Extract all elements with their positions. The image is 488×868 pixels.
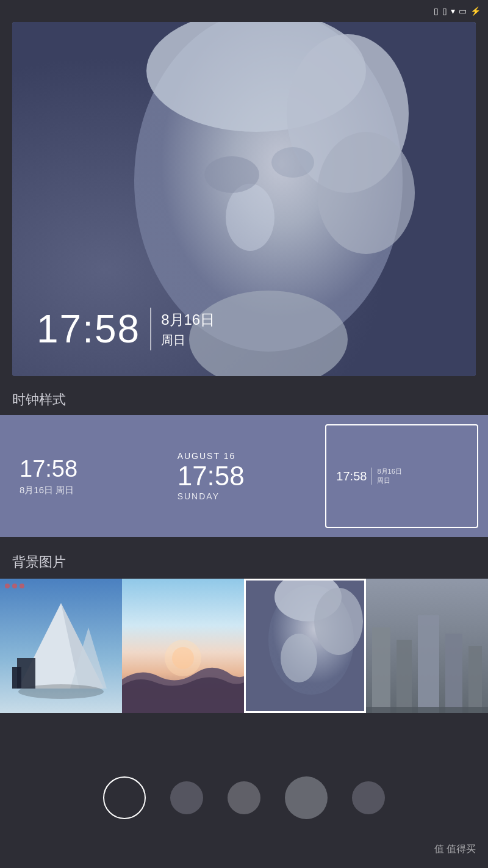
hero-time-divider — [150, 308, 151, 350]
wifi-icon: ▾ — [451, 6, 455, 16]
svg-point-21 — [274, 579, 342, 621]
svg-rect-19 — [244, 579, 366, 713]
footer-watermark: 值 值得买 — [434, 843, 476, 856]
watermark-text: 值 值得买 — [434, 844, 476, 854]
red-dot-1 — [5, 584, 10, 588]
bg-image-1[interactable] — [0, 579, 122, 713]
clock-option-3[interactable]: 17:58 8月16日 周日 — [325, 424, 478, 528]
svg-rect-30 — [366, 707, 488, 713]
clock-opt1-time: 17:58 — [20, 456, 151, 482]
bg-image-4[interactable] — [366, 579, 488, 713]
clock-opt3-date1: 8月16日 — [377, 467, 401, 476]
svg-rect-27 — [418, 615, 439, 713]
hero-time: 17:58 — [37, 306, 140, 352]
hero-date-sub: 周日 — [161, 332, 215, 349]
svg-point-23 — [281, 634, 317, 682]
clock-opt1-date: 8月16日 周日 — [20, 485, 151, 496]
clock-opt3-divider — [371, 468, 372, 485]
bg-images-strip — [0, 579, 488, 713]
svg-point-20 — [268, 585, 354, 695]
bg-image-3[interactable] — [244, 579, 366, 713]
clock-option-2[interactable]: AUGUST 16 17:58 SUNDAY — [168, 424, 318, 528]
svg-rect-29 — [468, 646, 482, 713]
svg-point-8 — [271, 147, 314, 178]
color-dot-1[interactable] — [103, 776, 146, 819]
color-dots — [0, 776, 488, 819]
bg-images-label: 背景图片 — [12, 553, 66, 571]
clock-opt2-time: 17:58 — [178, 461, 309, 491]
hero-date: 8月16日 周日 — [161, 310, 215, 349]
svg-rect-15 — [12, 667, 21, 689]
svg-point-18 — [172, 647, 194, 669]
svg-rect-25 — [372, 627, 390, 713]
red-dot-2 — [12, 584, 17, 588]
svg-point-7 — [204, 156, 259, 193]
battery-icon: ▭ — [459, 6, 467, 16]
clock-option-1[interactable]: 17:58 8月16日 周日 — [10, 424, 160, 528]
sim2-icon: ▯ — [442, 6, 447, 16]
hero-clock-overlay: 17:58 8月16日 周日 — [37, 306, 215, 352]
svg-rect-26 — [396, 640, 412, 713]
bg-image-2[interactable] — [122, 579, 244, 713]
clock-style-selector: 17:58 8月16日 周日 AUGUST 16 17:58 SUNDAY 17… — [0, 415, 488, 537]
svg-rect-28 — [445, 634, 462, 713]
hero-date-main: 8月16日 — [161, 310, 215, 330]
color-dot-4[interactable] — [285, 776, 328, 819]
color-dot-2[interactable] — [170, 781, 203, 814]
clock-opt3-inner: 17:58 8月16日 周日 — [336, 467, 467, 486]
sim1-icon: ▯ — [434, 6, 439, 16]
clock-opt3-time: 17:58 — [336, 469, 367, 483]
color-dot-3[interactable] — [228, 781, 260, 814]
clock-style-label: 时钟样式 — [12, 391, 66, 409]
status-bar: ▯ ▯ ▾ ▭ ⚡ — [366, 0, 488, 22]
color-dot-5[interactable] — [352, 781, 385, 814]
clock-opt2-month: AUGUST 16 — [178, 451, 309, 461]
charging-icon: ⚡ — [470, 6, 481, 16]
svg-point-6 — [226, 184, 274, 251]
red-dot-3 — [20, 584, 24, 588]
clock-opt3-date: 8月16日 周日 — [377, 467, 401, 486]
clock-opt3-date2: 周日 — [377, 476, 401, 485]
svg-point-5 — [317, 132, 415, 254]
svg-point-22 — [314, 588, 363, 655]
hero-preview: 17:58 8月16日 周日 — [12, 22, 476, 376]
clock-opt2-day: SUNDAY — [178, 491, 309, 501]
